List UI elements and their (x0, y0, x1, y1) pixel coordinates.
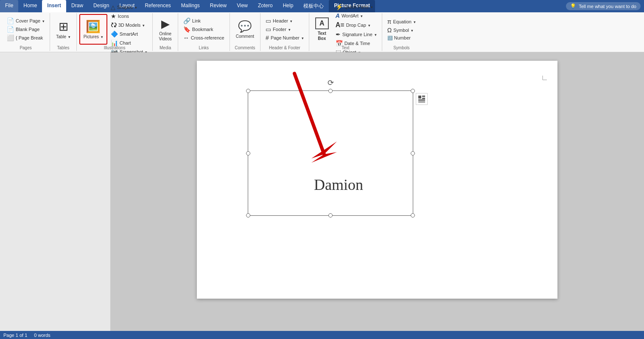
svg-rect-4 (422, 96, 425, 97)
tab-help[interactable]: Help (278, 0, 299, 12)
bookmark-button[interactable]: 🔖 Bookmark (181, 25, 216, 34)
ribbon-content: 📄 Cover Page ▾ 📄 Blank Page ⬜ { Page Bre… (0, 12, 644, 52)
cross-reference-button[interactable]: ↔ Cross-reference (181, 34, 227, 42)
sidebar (0, 52, 110, 331)
links-items: 🔗 Link 🔖 Bookmark ↔ Cross-reference (181, 14, 227, 45)
handle-mr[interactable] (411, 151, 415, 155)
ribbon-group-illustrations: 🖼️ Pictures ▾ △ Shapes ▾ ★ Icons 🗘 3D Mo… (77, 13, 153, 51)
quick-parts-icon: ⚡ (336, 3, 343, 10)
smartart-button[interactable]: 🔷 SmartArt (108, 30, 150, 38)
symbol-button[interactable]: Ω Symbol ▾ (385, 26, 416, 34)
date-time-button[interactable]: 📅 Date & Time (333, 39, 379, 48)
header-button[interactable]: ▭ Header ▾ (263, 17, 295, 25)
tabs-container: File Home Insert Draw Design Layout Refe… (0, 0, 563, 12)
tell-me-text: Tell me what you want to do (579, 4, 636, 9)
online-videos-button[interactable]: ▶ OnlineVideos (155, 14, 175, 45)
ribbon-group-media: ▶ OnlineVideos Media (153, 13, 178, 51)
tab-view[interactable]: View (232, 0, 253, 12)
symbol-icon: Ω (387, 27, 392, 34)
comments-group-label: Comments (235, 45, 255, 50)
document-page: ⟳ (197, 61, 557, 299)
lightbulb-icon: 💡 (570, 3, 576, 9)
svg-rect-3 (418, 96, 421, 99)
handle-bl[interactable] (246, 213, 250, 218)
comment-icon: 💬 (238, 20, 252, 33)
signature-line-icon: ✒ (336, 31, 341, 38)
ribbon-group-header-footer: ▭ Header ▾ ▭ Footer ▾ # Page Number ▾ He… (260, 13, 309, 51)
page-corner-mark (540, 73, 549, 83)
handle-ml[interactable] (246, 151, 250, 155)
3d-models-button[interactable]: 🗘 3D Models ▾ (108, 21, 150, 29)
link-button[interactable]: 🔗 Link (181, 17, 203, 25)
wordart-label: WordArt ▾ (342, 13, 363, 18)
tab-zotero[interactable]: Zotero (253, 0, 278, 12)
footer-button[interactable]: ▭ Footer ▾ (263, 25, 293, 34)
online-videos-icon: ▶ (161, 17, 170, 31)
tab-draw[interactable]: Draw (66, 0, 88, 12)
signature-text: Damion (314, 176, 363, 194)
cover-page-button[interactable]: 📄 Cover Page ▾ (4, 17, 47, 25)
illustrations-items: 🖼️ Pictures ▾ △ Shapes ▾ ★ Icons 🗘 3D Mo… (79, 14, 150, 45)
smartart-label: SmartArt (120, 31, 138, 37)
ribbon-group-pages: 📄 Cover Page ▾ 📄 Blank Page ⬜ { Page Bre… (2, 13, 50, 51)
drop-cap-button[interactable]: A≡ Drop Cap ▾ (333, 20, 379, 30)
pages-items: 📄 Cover Page ▾ 📄 Blank Page ⬜ { Page Bre… (4, 14, 47, 45)
tab-file[interactable]: File (0, 0, 18, 12)
equation-button[interactable]: π Equation ▾ (385, 17, 418, 26)
media-items: ▶ OnlineVideos (155, 14, 175, 45)
pictures-button[interactable]: 🖼️ Pictures ▾ (79, 14, 107, 45)
cover-page-icon: 📄 (7, 17, 14, 24)
status-bar: Page 1 of 1 0 words (0, 331, 644, 339)
tell-me-section: 💡 Tell me what you want to do (563, 0, 644, 12)
page-number-button[interactable]: # Page Number ▾ (263, 34, 306, 42)
document-canvas[interactable]: ⟳ (110, 52, 644, 331)
comment-label: Comment (236, 34, 254, 39)
ribbon-group-tables: ⊞ Table ▾ Tables (50, 13, 77, 51)
symbol-label: Symbol ▾ (393, 28, 413, 33)
drop-cap-icon: A≡ (336, 21, 344, 29)
blank-page-button[interactable]: 📄 Blank Page (4, 25, 42, 34)
tab-insert[interactable]: Insert (42, 0, 66, 12)
page-break-button[interactable]: ⬜ { Page Break (4, 34, 45, 42)
handle-tr[interactable] (411, 89, 415, 93)
selection-box: ⟳ (248, 90, 413, 216)
text-items: A TextBox ⚡ Quick Parts ▾ A WordArt ▾ A≡… (312, 14, 379, 45)
tables-group-label: Tables (57, 45, 70, 50)
number-button[interactable]: 🔢 Number (385, 34, 413, 41)
table-button[interactable]: ⊞ Table ▾ (53, 14, 74, 45)
signature-line-button[interactable]: ✒ Signature Line ▾ (333, 30, 379, 39)
3d-models-label: 3D Models ▾ (118, 23, 145, 28)
text-box-label: TextBox (318, 31, 326, 41)
document-area: ⟳ (0, 52, 644, 331)
svg-rect-6 (418, 99, 425, 101)
tell-me-input[interactable]: 💡 Tell me what you want to do (566, 2, 641, 10)
number-label: Number (394, 35, 411, 40)
handle-br[interactable] (411, 213, 415, 218)
smartart-icon: 🔷 (111, 31, 118, 37)
tab-template[interactable]: 模板中心 (298, 0, 329, 12)
shapes-icon: △ (111, 4, 115, 11)
text-box-icon: A (315, 17, 329, 29)
page-break-icon: ⬜ (7, 34, 14, 41)
ribbon-group-symbols: π Equation ▾ Ω Symbol ▾ 🔢 Number Symbols (382, 13, 421, 51)
tab-mailings[interactable]: Mailings (176, 0, 205, 12)
wordart-button[interactable]: A WordArt ▾ (333, 11, 379, 20)
tab-home[interactable]: Home (18, 0, 42, 12)
rotation-handle[interactable]: ⟳ (328, 78, 334, 88)
shapes-button[interactable]: △ Shapes ▾ (108, 3, 150, 11)
icons-label: Icons (118, 14, 129, 19)
handle-bc[interactable] (328, 213, 333, 218)
pages-group-label: Pages (20, 45, 31, 50)
comment-button[interactable]: 💬 Comment (232, 14, 258, 45)
header-footer-group-label: Header & Footer (269, 45, 300, 50)
handle-tc[interactable] (328, 89, 333, 93)
text-box-button[interactable]: A TextBox (312, 14, 332, 45)
icons-button[interactable]: ★ Icons (108, 12, 150, 20)
tab-review[interactable]: Review (205, 0, 232, 12)
quick-parts-button[interactable]: ⚡ Quick Parts ▾ (333, 3, 379, 11)
layout-options-button[interactable] (416, 93, 428, 105)
handle-tl[interactable] (246, 89, 250, 93)
wordart-icon: A (336, 12, 340, 19)
page-number-icon: # (266, 34, 269, 41)
blank-page-icon: 📄 (7, 26, 14, 33)
